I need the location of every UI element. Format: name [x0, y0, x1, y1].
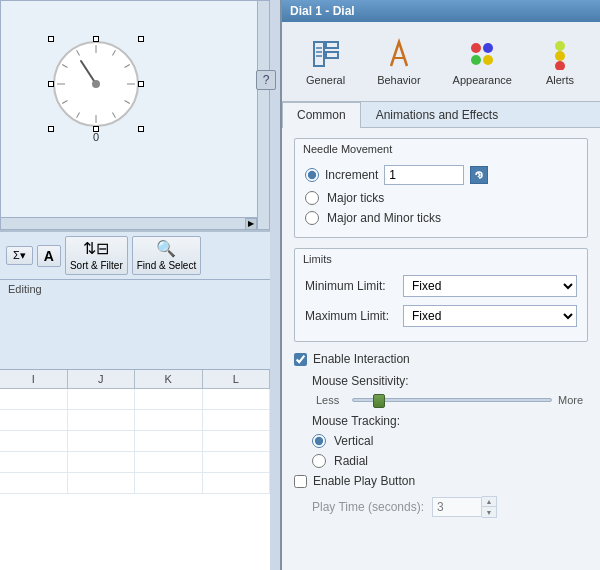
radial-radio[interactable] [312, 454, 326, 468]
find-select-icon: 🔍 [156, 239, 176, 258]
sort-filter-group: ⇅⊟ Sort & Filter [65, 236, 128, 275]
cell-j3[interactable] [68, 431, 136, 451]
link-icon[interactable] [470, 166, 488, 184]
stepper-up-btn[interactable]: ▲ [482, 497, 496, 507]
enable-interaction-checkbox[interactable] [294, 353, 307, 366]
max-limit-row: Maximum Limit: Fixed Dynamic None [305, 305, 577, 327]
cell-k4[interactable] [135, 452, 203, 472]
cell-j2[interactable] [68, 410, 136, 430]
play-button-section: Enable Play Button Play Time (seconds): … [294, 474, 588, 518]
cell-l3[interactable] [203, 431, 271, 451]
appearance-label: Appearance [453, 74, 512, 86]
handle-tl[interactable] [48, 36, 54, 42]
sensitivity-slider-track[interactable] [352, 398, 552, 402]
canvas-scrollbar-horizontal[interactable]: ▶ [1, 217, 257, 229]
min-limit-select[interactable]: Fixed Dynamic None [403, 275, 577, 297]
enable-interaction-label: Enable Interaction [313, 352, 410, 366]
handle-rm[interactable] [138, 81, 144, 87]
svg-point-21 [471, 43, 481, 53]
canvas-area: 0 ▶ [0, 0, 270, 230]
increment-row: Increment [305, 165, 577, 185]
enable-play-label: Enable Play Button [313, 474, 415, 488]
limits-body: Minimum Limit: Fixed Dynamic None Maximu… [295, 269, 587, 341]
svg-point-22 [483, 43, 493, 53]
help-button[interactable]: ? [256, 70, 276, 90]
svg-point-27 [555, 61, 565, 70]
limits-section: Limits Minimum Limit: Fixed Dynamic None… [294, 248, 588, 342]
stepper-down-btn[interactable]: ▼ [482, 507, 496, 517]
cell-k3[interactable] [135, 431, 203, 451]
cell-l4[interactable] [203, 452, 271, 472]
major-ticks-radio[interactable] [305, 191, 319, 205]
general-btn[interactable]: General [296, 34, 355, 90]
play-time-input[interactable] [432, 497, 482, 517]
title-bar: Dial 1 - Dial [282, 0, 600, 22]
font-a-icon: A [44, 248, 54, 264]
find-select-group: 🔍 Find & Select [132, 236, 201, 275]
vertical-radio[interactable] [312, 434, 326, 448]
major-minor-ticks-radio[interactable] [305, 211, 319, 225]
sort-filter-label: Sort & Filter [70, 260, 123, 272]
font-size-btn[interactable]: A [37, 245, 61, 267]
major-minor-ticks-row: Major and Minor ticks [305, 211, 577, 225]
cell-i4[interactable] [0, 452, 68, 472]
table-row [0, 389, 270, 410]
min-limit-select-wrapper: Fixed Dynamic None [403, 275, 577, 297]
behavior-btn[interactable]: Behavior [367, 34, 430, 90]
sort-filter-icon: ⇅⊟ [83, 239, 109, 258]
cell-j5[interactable] [68, 473, 136, 493]
sigma-btn[interactable]: Σ▾ [6, 246, 33, 265]
more-label: More [558, 394, 588, 406]
stepper-buttons: ▲ ▼ [482, 496, 497, 518]
appearance-btn[interactable]: Appearance [443, 34, 522, 90]
cell-k2[interactable] [135, 410, 203, 430]
less-label: Less [316, 394, 346, 406]
cell-i2[interactable] [0, 410, 68, 430]
tab-animations[interactable]: Animations and Effects [361, 102, 514, 127]
handle-bl[interactable] [48, 126, 54, 132]
cell-l2[interactable] [203, 410, 271, 430]
canvas-scrollbar-vertical[interactable] [257, 1, 269, 229]
handle-lm[interactable] [48, 81, 54, 87]
cell-j1[interactable] [68, 389, 136, 409]
find-select-btn[interactable]: 🔍 Find & Select [132, 236, 201, 275]
cell-k5[interactable] [135, 473, 203, 493]
cell-j4[interactable] [68, 452, 136, 472]
handle-bm[interactable] [93, 126, 99, 132]
cell-i1[interactable] [0, 389, 68, 409]
cell-i5[interactable] [0, 473, 68, 493]
cell-l5[interactable] [203, 473, 271, 493]
cell-i3[interactable] [0, 431, 68, 451]
dial-svg [51, 39, 141, 129]
dial-container[interactable]: 0 [36, 21, 156, 161]
vertical-label: Vertical [334, 434, 373, 448]
right-panel: Dial 1 - Dial General [280, 0, 600, 570]
toolbar-row-1: Σ▾ A ⇅⊟ Sort & Filter 🔍 Find & Select [0, 232, 270, 279]
table-row [0, 473, 270, 494]
svg-rect-15 [314, 42, 324, 66]
sort-filter-btn[interactable]: ⇅⊟ Sort & Filter [65, 236, 128, 275]
scroll-right-btn[interactable]: ▶ [245, 218, 257, 230]
enable-play-checkbox[interactable] [294, 475, 307, 488]
alerts-label: Alerts [546, 74, 574, 86]
increment-value-input[interactable] [384, 165, 464, 185]
table-row [0, 452, 270, 473]
handle-tr[interactable] [138, 36, 144, 42]
sensitivity-slider-row: Less More [312, 394, 588, 406]
sensitivity-slider-thumb[interactable] [373, 394, 385, 408]
play-time-label: Play Time (seconds): [312, 500, 424, 514]
behavior-label: Behavior [377, 74, 420, 86]
cell-k1[interactable] [135, 389, 203, 409]
icon-toolbar: General Behavior Appearance [282, 22, 600, 102]
tab-common[interactable]: Common [282, 102, 361, 128]
handle-br[interactable] [138, 126, 144, 132]
max-limit-select[interactable]: Fixed Dynamic None [403, 305, 577, 327]
increment-label: Increment [325, 168, 378, 182]
alerts-btn[interactable]: Alerts [534, 34, 586, 90]
cell-l1[interactable] [203, 389, 271, 409]
handle-tm[interactable] [93, 36, 99, 42]
increment-radio[interactable] [305, 168, 319, 182]
toolbar-area: Σ▾ A ⇅⊟ Sort & Filter 🔍 Find & Select [0, 230, 270, 370]
dial-widget[interactable] [51, 39, 141, 129]
svg-point-25 [555, 41, 565, 51]
